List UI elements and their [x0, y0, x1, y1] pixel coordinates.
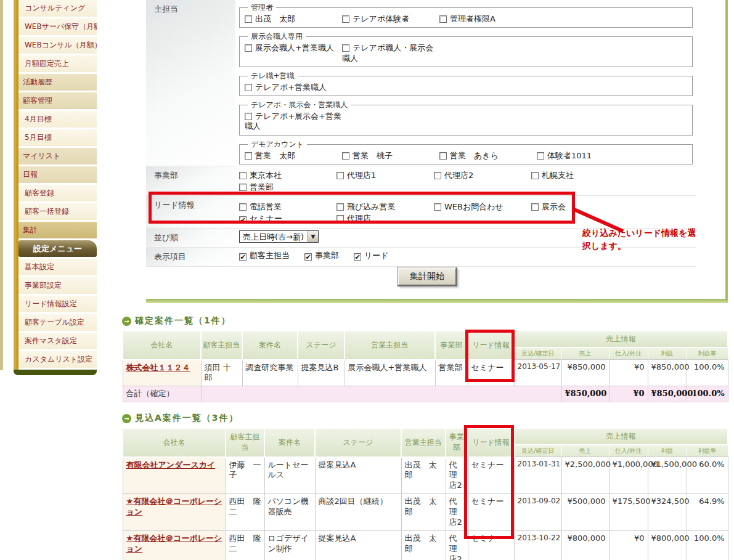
sidebar-item[interactable]: 顧客登録	[18, 185, 97, 201]
cell-cost: ¥0	[609, 530, 648, 560]
checkbox-option[interactable]: ✔事業部	[304, 251, 339, 261]
page-left-edge	[0, 0, 3, 370]
column-subheader: 見込/確定日	[514, 347, 561, 360]
column-subheader: 利益率	[687, 347, 728, 360]
checkbox-option[interactable]: 代理店2	[434, 171, 531, 181]
checkbox-icon[interactable]: ✔	[304, 253, 312, 261]
section-arrow-icon: →	[122, 317, 131, 326]
sidebar-item[interactable]: WEBサーバ保守（月額）	[18, 18, 97, 35]
owner-fieldsets: 管理者出茂 太郎テレアポ体験者管理者権限A展示会職人専用展示会職人+営業職人テレ…	[239, 2, 693, 164]
checkbox-icon[interactable]	[245, 113, 252, 120]
sidebar-settings-item[interactable]: 基本設定	[18, 259, 97, 275]
select-dropdown-arrow-icon[interactable]: ▼	[308, 231, 318, 242]
sidebar-settings-item[interactable]: カスタムリスト設定	[18, 351, 97, 368]
company-link[interactable]: ★有限会社＠コーポレーション	[126, 534, 222, 553]
sidebar-settings-item[interactable]: 事業部設定	[18, 277, 97, 294]
checkbox-option[interactable]: 東京本社	[239, 171, 336, 181]
sidebar-item[interactable]: 集計	[18, 222, 97, 238]
checkbox-icon[interactable]	[439, 15, 447, 23]
checkbox-option[interactable]: 体験者1011	[537, 151, 634, 161]
fieldset-legend: テレアポ・展示会・営業職人	[248, 100, 351, 110]
checkbox-option[interactable]: 展示会職人+営業職人	[245, 43, 342, 53]
panel-bottom-border	[146, 299, 728, 303]
checkbox-option[interactable]: テレアポ職人・展示会職人	[342, 43, 439, 63]
total-sales: ¥850,000	[561, 386, 609, 402]
cell-profit: ¥850,000	[648, 360, 687, 386]
header-row: 会社名顧客主担当案件名ステージ営業主担当事業部リード情報売上情報	[123, 331, 728, 347]
checkbox-icon[interactable]	[239, 172, 247, 179]
checkbox-icon[interactable]	[531, 172, 539, 179]
sidebar-item[interactable]: 顧客一括登録	[18, 203, 97, 220]
cell-sales: ¥2,500,000	[561, 457, 609, 494]
sidebar-item[interactable]: 5月目標	[18, 129, 97, 146]
checkbox-option[interactable]: 管理者権限A	[439, 14, 537, 24]
checkbox-icon[interactable]	[342, 15, 349, 23]
checkbox-option[interactable]: テレアポ体験者	[342, 14, 439, 24]
checkbox-icon[interactable]	[434, 172, 441, 179]
sidebar-item[interactable]: コンサルティング	[18, 0, 97, 17]
sidebar-settings-item[interactable]: 顧客テーブル設定	[18, 314, 97, 331]
table-row: ★有限会社＠コーポレーション西田 隆二ロゴデザイン制作提案見込A出茂 太郎代理店…	[123, 530, 728, 560]
form-row-division: 事業部 東京本社代理店1代理店2札幌支社営業部	[146, 166, 696, 196]
company-link[interactable]: 株式会社１１２４	[126, 363, 190, 372]
sidebar-item[interactable]: 活動履歴	[18, 74, 97, 91]
sidebar-settings-item[interactable]: リード情報設定	[18, 296, 97, 312]
checkbox-icon[interactable]	[245, 84, 252, 91]
checkbox-option[interactable]: ✔リード	[354, 251, 389, 261]
column-header: 案件名	[242, 331, 298, 360]
sidebar-item[interactable]: WEBコンサル（月額）	[18, 37, 97, 54]
checkbox-icon[interactable]	[239, 184, 247, 191]
checkbox-option[interactable]: テレアポ+営業職人	[245, 83, 342, 92]
checkbox-icon[interactable]	[342, 44, 349, 52]
checkbox-icon[interactable]	[245, 152, 252, 160]
column-subheader: 利益率	[687, 445, 728, 457]
cell-customer_rep: 伊藤 一子	[226, 457, 264, 494]
sidebar-item[interactable]: 日報	[18, 166, 97, 183]
aggregate-start-button[interactable]: 集計開始	[398, 267, 457, 286]
checkbox-label: 営業 桃子	[353, 151, 393, 160]
cell-cost: ¥1,000,000	[609, 457, 648, 494]
prospect-a-section-title-text: 見込A案件一覧（3件）	[135, 413, 239, 424]
checkbox-label: 代理店1	[347, 171, 376, 180]
sort-order-select[interactable]: 売上日時(古→新) ▼	[239, 230, 319, 243]
owner-fieldset: 管理者出茂 太郎テレアポ体験者管理者権限A	[239, 2, 693, 28]
checkbox-icon[interactable]	[245, 15, 252, 23]
cell-date: 2013-05-17	[514, 360, 561, 386]
checkbox-icon[interactable]	[336, 172, 344, 179]
checkbox-option[interactable]: 営業 あきら	[439, 151, 537, 161]
checkbox-option[interactable]: 出茂 太郎	[245, 14, 342, 24]
checkbox-label: テレアポ職人・展示会職人	[342, 43, 433, 62]
checkbox-option[interactable]: 営業 太郎	[245, 151, 342, 161]
checkbox-option[interactable]: 営業 桃子	[342, 151, 439, 161]
checkbox-option[interactable]: ✔顧客主担当	[239, 251, 290, 261]
column-subheader: 利益	[648, 445, 687, 457]
company-link[interactable]: ★有限会社＠コーポレーション	[126, 497, 222, 516]
checkbox-label: 営業部	[250, 182, 274, 192]
checkbox-icon[interactable]: ✔	[354, 253, 361, 261]
checkbox-option[interactable]: 代理店1	[336, 171, 434, 181]
fieldset-legend: テレ職+営職	[248, 71, 298, 81]
checkbox-label: 営業 あきら	[450, 151, 499, 160]
checkbox-label: 体験者1011	[547, 151, 592, 160]
checkbox-icon[interactable]	[537, 152, 544, 160]
checkbox-option[interactable]: 札幌支社	[531, 171, 629, 181]
owner-fieldset: デモアカウント営業 太郎営業 桃子営業 あきら体験者1011	[239, 139, 693, 164]
sidebar-item[interactable]: 顧客管理	[18, 92, 97, 109]
confirmed-section-title: → 確定案件一覧（1件）	[122, 315, 729, 327]
checkbox-option[interactable]: テレアポ+展示会+営業職人	[245, 112, 342, 132]
column-header: 会社名	[123, 428, 226, 457]
checkbox-icon[interactable]	[245, 44, 252, 52]
sidebar-item[interactable]: マイリスト	[18, 148, 97, 164]
sidebar-item[interactable]: 4月目標	[18, 111, 97, 128]
total-spacer	[201, 386, 561, 402]
cell-customer_rep: 須田 十郎	[201, 360, 242, 386]
checkbox-icon[interactable]	[439, 152, 447, 160]
checkbox-icon[interactable]	[342, 152, 349, 160]
checkbox-icon[interactable]: ✔	[239, 253, 247, 261]
sidebar-item[interactable]: 月額固定売上	[18, 55, 97, 72]
division-row-label: 事業部	[146, 166, 235, 196]
display-row-label: 表示項目	[146, 248, 235, 267]
sidebar-settings-item[interactable]: 案件マスタ設定	[18, 333, 97, 349]
total-margin: 100.0%	[687, 386, 728, 402]
company-link[interactable]: 有限会社アンダースカイ	[126, 460, 216, 469]
